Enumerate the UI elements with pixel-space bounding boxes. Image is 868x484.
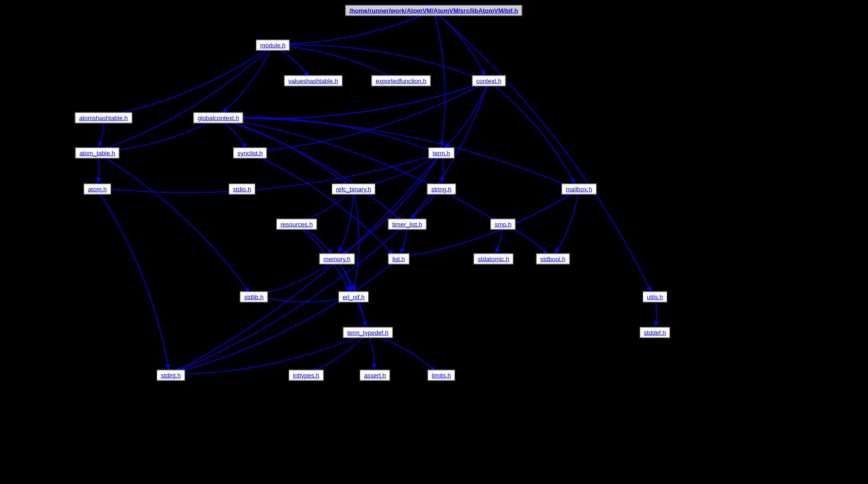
node-atom[interactable]: atom.h: [84, 184, 111, 195]
node-bif[interactable]: /home/runner/work/AtomVM/AtomVM/src/libA…: [345, 5, 522, 16]
edge-term_typedef-stdint: [177, 332, 368, 374]
node-utils[interactable]: utils.h: [643, 292, 667, 303]
node-stdio[interactable]: stdio.h: [229, 184, 255, 195]
edge-context-globalcontext: [224, 81, 489, 119]
edge-module-atom_table: [102, 45, 273, 150]
edge-globalcontext-timer_list: [218, 118, 402, 221]
edge-term_typedef-limits: [368, 332, 437, 372]
node-smp[interactable]: smp.h: [490, 219, 515, 230]
node-term_typedef[interactable]: term_typedef.h: [343, 327, 393, 338]
edge-string-stdint: [176, 189, 441, 372]
edge-term-atom: [103, 153, 441, 192]
node-inttypes[interactable]: inttypes.h: [289, 370, 324, 381]
edge-module-globalcontext: [222, 45, 273, 113]
node-synclist[interactable]: synclist.h: [233, 148, 267, 159]
node-stdatomic[interactable]: stdatomic.h: [474, 254, 513, 265]
edge-refc_binary-erl_nif: [354, 189, 359, 291]
edge-list-stdint: [176, 259, 399, 373]
node-resources[interactable]: resources.h: [276, 219, 317, 230]
node-atom_table[interactable]: atom_table.h: [75, 148, 119, 159]
node-valueshashtable[interactable]: valueshashtable.h: [284, 76, 343, 86]
node-refc_binary[interactable]: refc_binary.h: [332, 184, 375, 195]
node-timer_list[interactable]: timer_list.h: [388, 219, 427, 230]
edge-globalcontext-mailbox: [218, 118, 573, 188]
node-atomshashtable[interactable]: atomshashtable.h: [75, 113, 132, 123]
edge-bif-utils: [434, 10, 652, 293]
edge-atom_table-stdlib: [97, 153, 250, 293]
node-memory[interactable]: memory.h: [319, 254, 355, 265]
node-module[interactable]: module.h: [256, 40, 289, 51]
node-assert[interactable]: assert.h: [360, 370, 390, 381]
edge-term_typedef-inttypes: [311, 332, 368, 372]
node-exportedfunction[interactable]: exportedfunction.h: [372, 76, 431, 86]
graph-container: /home/runner/work/AtomVM/AtomVM/src/libA…: [0, 0, 868, 484]
node-mailbox[interactable]: mailbox.h: [561, 184, 597, 195]
node-limits[interactable]: limits.h: [428, 370, 455, 381]
node-context[interactable]: context.h: [472, 76, 506, 86]
node-string[interactable]: string.h: [427, 184, 456, 195]
edge-globalcontext-smp: [218, 118, 498, 222]
edge-globalcontext-term: [218, 117, 436, 152]
node-stdint[interactable]: stdint.h: [157, 370, 185, 381]
node-list[interactable]: list.h: [388, 254, 410, 265]
edge-term_typedef-assert: [368, 332, 374, 370]
edge-context-term: [445, 81, 489, 148]
edge-module-atomshashtable: [109, 45, 273, 115]
edge-term-memory: [341, 153, 441, 255]
edge-bif-term: [434, 10, 445, 147]
node-erl_nif[interactable]: erl_nif.h: [338, 292, 369, 303]
edge-atom-stdint: [97, 189, 169, 370]
node-stdlib[interactable]: stdlib.h: [240, 292, 268, 303]
edge-module-exportedfunction: [273, 45, 395, 79]
node-globalcontext[interactable]: globalcontext.h: [193, 113, 243, 123]
node-stddef[interactable]: stddef.h: [640, 327, 670, 338]
edge-mailbox-stdbool: [555, 189, 579, 254]
node-term[interactable]: term.h: [429, 148, 455, 159]
edge-bif-context: [434, 10, 485, 76]
node-stdbool[interactable]: stdbool.h: [536, 254, 570, 265]
edge-context-mailbox: [489, 81, 575, 185]
edges-svg: [0, 0, 868, 484]
edge-context-synclist: [255, 81, 489, 152]
edge-module-context: [273, 45, 483, 80]
edge-synclist-list: [250, 153, 394, 256]
edge-refc_binary-memory: [338, 189, 354, 253]
